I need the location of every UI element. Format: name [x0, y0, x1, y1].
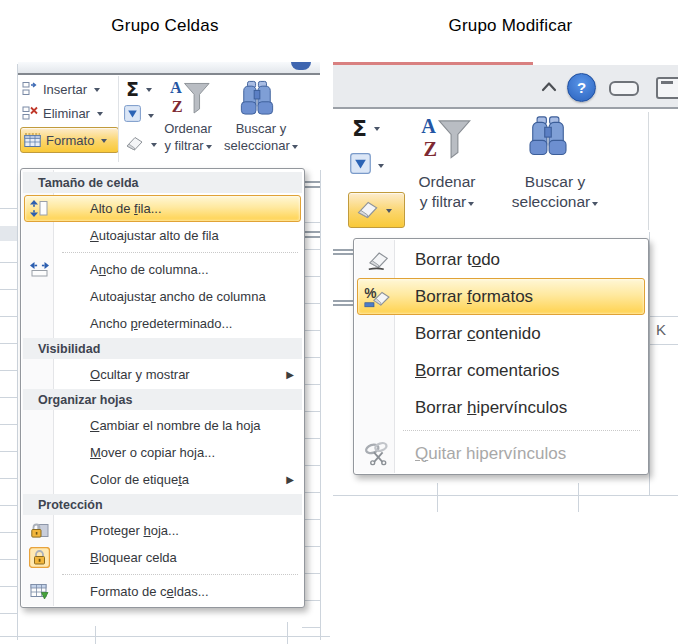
format-cells-icon — [26, 583, 52, 600]
submenu-arrow-icon: ▶ — [286, 369, 294, 380]
column-header-k: K — [656, 321, 666, 338]
menu-item-label: Ocultar y mostrar — [90, 367, 190, 382]
menu-item-autoajustar-alto-de-fila[interactable]: Autoajustar alto de fila — [22, 222, 303, 249]
format-dropdown-menu: Tamaño de celdaAlto de fila...Autoajusta… — [20, 168, 305, 608]
svg-text:%: % — [364, 286, 376, 301]
menu-item-label: Bloquear celda — [90, 550, 177, 565]
menu-item-autoajustar-ancho-de-columna[interactable]: Autoajustar ancho de columna — [22, 283, 303, 310]
gridline — [333, 495, 678, 496]
sort-filter-label[interactable]: Ordenar y filtrar — [150, 120, 226, 154]
menu-item-label: Borrar formatos — [415, 287, 533, 307]
minimize-button[interactable] — [609, 81, 639, 96]
gridline — [333, 300, 353, 302]
help-button[interactable]: ? — [567, 73, 596, 102]
eraser-all-icon — [361, 251, 395, 269]
sort-filter-label-line1: Ordenar — [402, 172, 492, 192]
menu-item-borrar-formatos[interactable]: %Borrar formatos — [357, 278, 645, 315]
autosum-icon: Σ — [352, 116, 367, 141]
ribbon-group-divider — [648, 112, 649, 230]
gridline — [333, 249, 353, 251]
restore-button[interactable] — [656, 77, 678, 99]
menu-item-borrar-contenido[interactable]: Borrar contenido — [355, 315, 647, 352]
spreadsheet-rowlines-left — [0, 182, 17, 634]
autosum-button-right[interactable]: Σ — [352, 115, 380, 141]
menu-item-cambiar-el-nombre-de-la-hoja[interactable]: Cambiar el nombre de la hoja — [22, 412, 303, 439]
autosum-button[interactable]: Σ — [126, 78, 152, 100]
protect-sheet-icon — [26, 522, 52, 539]
dropdown-arrow-icon — [94, 88, 100, 95]
ribbon-top-edge — [18, 62, 320, 75]
menu-item-borrar-comentarios[interactable]: Borrar comentarios — [355, 352, 647, 389]
collapse-ribbon-chevron-icon[interactable] — [540, 79, 558, 97]
menu-item-label: Borrar todo — [415, 250, 500, 270]
format-button-label: Formato — [46, 133, 94, 148]
insert-cells-icon — [22, 81, 38, 97]
sort-filter-button[interactable]: AZ — [168, 78, 212, 121]
fill-down-icon — [350, 153, 371, 177]
right-panel-title: Grupo Modificar — [363, 16, 658, 36]
dropdown-arrow-icon — [146, 88, 152, 95]
menu-item-ancho-de-columna[interactable]: Ancho de columna... — [22, 256, 303, 283]
submenu-arrow-icon: ▶ — [286, 474, 294, 485]
menu-item-borrar-hipervinculos[interactable]: Borrar hipervínculos — [355, 389, 647, 426]
sort-filter-button-right[interactable]: AZ — [420, 114, 472, 167]
menu-item-mover-o-copiar-hoja[interactable]: Mover o copiar hoja... — [22, 439, 303, 466]
format-button[interactable]: Formato — [20, 127, 119, 153]
dropdown-arrow-icon — [592, 202, 598, 209]
gridline — [287, 622, 288, 644]
menu-item-formato-de-celdas[interactable]: Formato de celdas... — [22, 578, 303, 605]
menu-item-label: Formato de celdas... — [90, 584, 209, 599]
sort-filter-label-line2: y filtrar — [402, 192, 492, 212]
dropdown-arrow-icon — [292, 145, 298, 152]
menu-item-proteger-hoja[interactable]: Proteger hoja... — [22, 517, 303, 544]
find-select-label-line1: Buscar y — [502, 172, 608, 192]
svg-text:Z: Z — [172, 97, 183, 116]
menu-item-label: Alto de fila... — [90, 201, 162, 216]
sort-filter-label-line1: Ordenar — [150, 120, 226, 137]
delete-button[interactable]: Eliminar — [22, 102, 103, 124]
find-select-label[interactable]: Buscar y seleccionar — [218, 120, 304, 154]
menu-item-bloquear-celda[interactable]: Bloquear celda — [22, 544, 303, 571]
dropdown-arrow-icon — [378, 164, 384, 171]
svg-text:A: A — [170, 78, 182, 97]
menu-item-label: Color de etiqueta — [90, 472, 189, 487]
menu-item-label: Proteger hoja... — [90, 523, 179, 538]
fill-button-right[interactable] — [350, 152, 384, 178]
menu-item-color-de-etiqueta[interactable]: Color de etiqueta▶ — [22, 466, 303, 493]
find-select-label-line2: seleccionar — [502, 192, 608, 212]
fill-down-icon — [124, 105, 141, 125]
menu-item-ocultar-y-mostrar[interactable]: Ocultar y mostrar▶ — [22, 361, 303, 388]
menu-section-header-proteccion: Protección — [23, 494, 302, 515]
svg-text:A: A — [421, 115, 436, 137]
insert-button-label: Insertar — [43, 82, 87, 97]
gridline — [0, 636, 330, 637]
format-table-icon — [24, 133, 41, 148]
svg-text:Z: Z — [423, 138, 437, 160]
find-select-label-right[interactable]: Buscar y seleccionar — [502, 172, 608, 212]
row-height-icon — [26, 200, 52, 217]
menu-item-label: Ancho predeterminado... — [90, 316, 232, 331]
dropdown-arrow-icon — [97, 112, 103, 119]
clear-formats-icon: % — [361, 287, 395, 307]
menu-item-alto-de-fila[interactable]: Alto de fila... — [24, 195, 301, 222]
clear-dropdown-menu: Borrar todo%Borrar formatosBorrar conten… — [353, 238, 649, 475]
dropdown-arrow-icon — [206, 145, 212, 152]
row-header-block — [0, 226, 17, 241]
find-select-button[interactable] — [236, 80, 278, 119]
menu-separator — [62, 574, 298, 575]
sort-filter-label-right[interactable]: Ordenar y filtrar — [402, 172, 492, 212]
menu-section-header-organizar-hojas: Organizar hojas — [23, 389, 302, 410]
binoculars-icon — [236, 80, 278, 119]
insert-button[interactable]: Insertar — [22, 78, 100, 100]
menu-item-borrar-todo[interactable]: Borrar todo — [355, 241, 647, 278]
menu-item-quitar-hipervinculos: Quitar hipervínculos — [355, 435, 647, 472]
sort-filter-icon: AZ — [168, 78, 212, 121]
menu-item-ancho-predeterminado[interactable]: Ancho predeterminado... — [22, 310, 303, 337]
gridline — [649, 232, 650, 495]
menu-section-header-visibilidad: Visibilidad — [23, 338, 302, 359]
menu-separator — [403, 430, 640, 431]
gridline — [333, 253, 353, 255]
find-select-button-right[interactable] — [524, 114, 572, 161]
clear-button-right[interactable] — [348, 192, 405, 228]
ribbon-group-divider — [118, 76, 119, 162]
